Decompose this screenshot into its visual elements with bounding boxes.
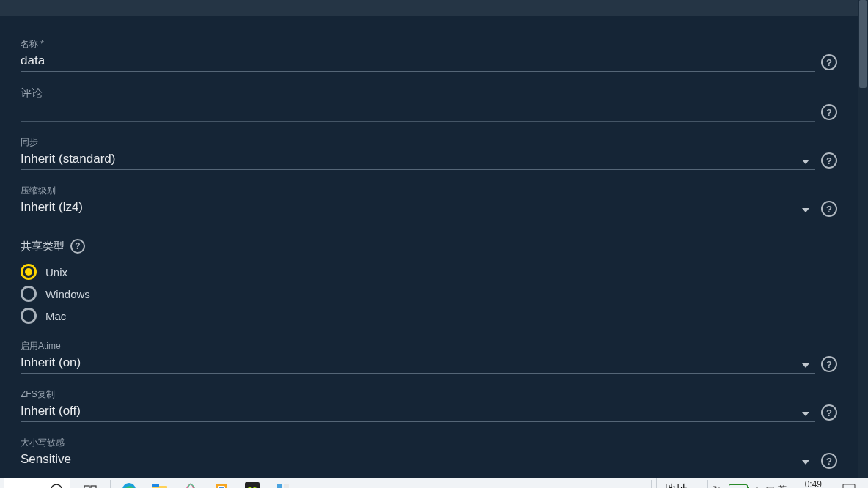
comment-field: 评论 [21,86,837,122]
notification-center-icon[interactable] [840,481,858,488]
separator [707,480,708,488]
atime-field: 启用Atime Inherit (on) [21,340,837,374]
pycharm-icon[interactable]: PC [238,478,266,488]
radio-icon [21,286,37,302]
radio-label: Mac [45,310,66,322]
help-icon[interactable] [821,453,837,469]
help-icon[interactable] [821,201,837,217]
share-type-radio-group: Unix Windows Mac [21,264,837,324]
help-icon[interactable] [70,239,85,254]
atime-label: 启用Atime [21,340,837,352]
svg-point-0 [51,484,62,488]
chevron-down-icon: ▾ [692,486,696,489]
system-tray: ↻ 45% ˄ 中 英 0:49 2022/3/23 [713,480,864,488]
refresh-icon[interactable]: ↻ [713,484,721,488]
sync-label: 同步 [21,136,837,149]
sync-select[interactable]: Inherit (standard) [21,150,815,170]
help-icon[interactable] [821,356,837,372]
compression-field: 压缩级别 Inherit (lz4) [21,185,837,218]
top-strip [0,0,868,16]
vertical-scrollbar[interactable] [858,0,868,478]
edge-browser-icon[interactable] [115,478,143,488]
help-icon[interactable] [821,404,837,421]
start-section [4,478,70,488]
zfs-dedup-select[interactable]: Inherit (off) [21,402,815,422]
radio-label: Unix [45,266,67,278]
sync-field: 同步 Inherit (standard) [21,136,837,170]
share-type-option-mac[interactable]: Mac [21,308,837,324]
case-sensitivity-label: 大小写敏感 [21,437,837,449]
vmware-icon[interactable] [207,478,235,488]
help-icon[interactable] [821,104,837,120]
app-icon[interactable] [177,478,205,488]
case-sensitivity-select[interactable]: Sensitive [21,451,815,470]
windows-taskbar: PC 地址 ▾ ↻ 45% ˄ 中 英 0:49 2022/3/23 [0,478,868,488]
separator [110,480,111,488]
radio-icon [21,264,37,280]
address-label: 地址 [664,482,688,489]
separator [651,480,652,488]
chevron-up-icon[interactable]: ˄ [755,486,759,489]
help-icon[interactable] [821,152,837,169]
scrollbar-thumb[interactable] [859,0,867,88]
name-label: 名称 * [21,38,837,51]
start-button[interactable] [43,478,70,488]
compression-select[interactable]: Inherit (lz4) [21,199,815,218]
help-icon[interactable] [821,54,837,70]
ime-indicator[interactable]: 中 英 [766,484,786,489]
radio-icon [21,308,37,324]
comment-label: 评论 [21,86,837,100]
share-type-option-windows[interactable]: Windows [21,286,837,302]
svg-rect-13 [843,484,855,488]
battery-indicator[interactable]: 45% [729,484,748,488]
address-toolbar[interactable]: 地址 ▾ [656,478,703,488]
clock[interactable]: 0:49 2022/3/23 [794,480,833,488]
compression-label: 压缩级别 [21,185,837,197]
name-input[interactable] [21,52,815,72]
share-type-label: 共享类型 [21,240,65,254]
share-type-heading: 共享类型 [21,239,837,254]
case-sensitivity-field: 大小写敏感 Sensitive [21,437,837,470]
app-window: 名称 * 评论 同步 Inherit (standard) 压缩级别 Inher… [0,0,868,478]
svg-rect-11 [277,484,282,488]
app-icon[interactable] [269,478,297,488]
share-type-option-unix[interactable]: Unix [21,264,837,280]
dataset-form: 名称 * 评论 同步 Inherit (standard) 压缩级别 Inher… [0,16,858,478]
clock-time: 0:49 [805,480,822,488]
battery-icon: 45% [729,484,748,488]
file-explorer-icon[interactable] [146,478,174,488]
task-view-button[interactable] [78,478,106,488]
comment-input[interactable] [21,102,815,122]
zfs-dedup-label: ZFS复制 [21,388,837,401]
radio-label: Windows [45,288,90,300]
name-field: 名称 * [21,38,837,72]
svg-rect-12 [284,484,289,488]
atime-select[interactable]: Inherit (on) [21,354,815,374]
svg-rect-5 [152,484,159,487]
zfs-dedup-field: ZFS复制 Inherit (off) [21,388,837,422]
